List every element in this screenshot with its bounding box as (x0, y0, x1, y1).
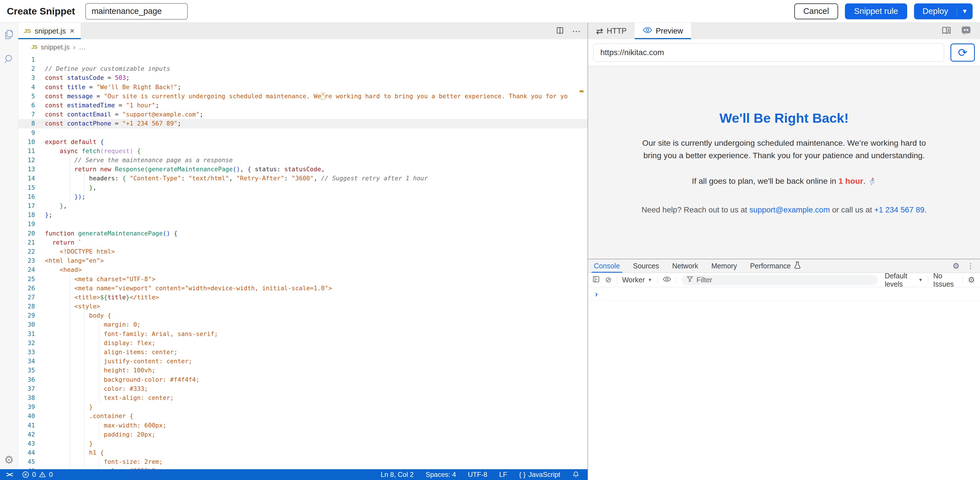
code-line[interactable]: 35 height: 100vh; (18, 366, 587, 375)
code-line[interactable]: 29 body { (18, 311, 587, 320)
search-icon[interactable] (3, 53, 15, 65)
docs-book-icon[interactable] (941, 25, 952, 36)
code-line[interactable]: 25 <meta charset="UTF-8"> (18, 275, 587, 284)
indentation-setting[interactable]: Spaces: 4 (426, 470, 456, 478)
console-settings-gear-icon[interactable]: ⚙ (968, 276, 975, 284)
devtools-tab-sources[interactable]: Sources (633, 259, 659, 272)
code-line[interactable]: 1 (18, 55, 587, 64)
code-line[interactable]: 31 font-family: Arial, sans-serif; (18, 330, 587, 339)
breadcrumb-file[interactable]: snippet.js (41, 43, 69, 51)
refresh-button[interactable]: ⟳ (950, 43, 975, 62)
phone-link[interactable]: +1 234 567 89 (874, 205, 924, 214)
code-line[interactable]: 36 background-color: #f4f4f4; (18, 375, 587, 384)
code-line[interactable]: 12 // Serve the maintenance page as a re… (18, 156, 587, 165)
code-line[interactable]: 13 return new Response(generateMaintenan… (18, 165, 587, 174)
code-line[interactable]: 21 return ` (18, 238, 587, 247)
encoding-setting[interactable]: UTF-8 (468, 470, 487, 478)
breadcrumb-symbol[interactable]: … (79, 43, 86, 51)
snippets-files-icon[interactable] (3, 29, 15, 40)
console-filter-input[interactable]: Filter (682, 275, 878, 285)
code-line[interactable]: 23<html lang="en"> (18, 256, 587, 265)
code-line[interactable]: 28 <style> (18, 302, 587, 311)
line-number: 12 (18, 156, 45, 165)
problems-indicator[interactable]: 0 0 (22, 470, 53, 478)
cursor-position[interactable]: Ln 8, Col 2 (380, 470, 414, 478)
code-line[interactable]: 14 headers: { "Content-Type": "text/html… (18, 174, 587, 183)
support-email-link[interactable]: support@example.com (749, 205, 830, 214)
notifications-bell[interactable] (572, 471, 579, 478)
devtools-tab-memory[interactable]: Memory (711, 259, 737, 272)
log-levels-dropdown[interactable]: Default levels ▼ (885, 272, 923, 288)
remote-indicator[interactable]: >< (6, 471, 12, 478)
settings-gear-icon[interactable]: ⚙ (4, 455, 14, 465)
url-input[interactable]: https://nikitac.com (593, 43, 944, 62)
breadcrumb[interactable]: JS snippet.js › … (18, 39, 587, 55)
issues-counter[interactable]: No Issues (933, 272, 958, 288)
rocket-emoji (867, 176, 877, 189)
code-line[interactable]: 8const contactPhone = "+1 234 567 89"; (18, 119, 587, 128)
deploy-dropdown-caret[interactable]: ▼ (957, 8, 973, 15)
console-prompt-row[interactable]: › (588, 287, 980, 301)
eol-setting[interactable]: LF (499, 470, 507, 478)
code-line[interactable]: 40 .container { (18, 412, 587, 421)
code-line[interactable]: 37 color: #333; (18, 384, 587, 393)
deploy-split-button[interactable]: Deploy ▼ (914, 3, 973, 19)
code-line[interactable]: 19 (18, 220, 587, 229)
code-line[interactable]: 10export default { (18, 138, 587, 147)
code-line[interactable]: 5const message = "Our site is currently … (18, 92, 587, 101)
code-line[interactable]: 33 align-items: center; (18, 348, 587, 357)
code-line[interactable]: 22 <!DOCTYPE html> (18, 247, 587, 256)
console-output[interactable]: › (588, 287, 980, 480)
cancel-button[interactable]: Cancel (794, 3, 838, 19)
code-line[interactable]: 34 justify-content: center; (18, 357, 587, 366)
code-line[interactable]: 43 } (18, 439, 587, 448)
code-line[interactable]: 16 }); (18, 192, 587, 201)
devtools-settings-gear-icon[interactable]: ⚙ (952, 262, 959, 270)
code-line[interactable]: 3const statusCode = 503; (18, 73, 587, 82)
tab-http[interactable]: ⇄ HTTP (588, 23, 635, 39)
snippet-rule-button[interactable]: Snippet rule (845, 3, 907, 19)
code-line[interactable]: 24 <head> (18, 265, 587, 274)
devtools-kebab-menu-icon[interactable]: ⋮ (967, 261, 974, 270)
code-line[interactable]: 32 display: flex; (18, 339, 587, 348)
code-line[interactable]: 38 text-align: center; (18, 393, 587, 402)
code-line[interactable]: 2// Define your customizable inputs (18, 64, 587, 73)
code-line[interactable]: 26 <meta name="viewport" content="width=… (18, 284, 587, 293)
tab-preview[interactable]: Preview (635, 23, 691, 39)
code-line[interactable]: 20function generateMaintenancePage() { (18, 229, 587, 238)
code-line[interactable]: 15 }, (18, 183, 587, 192)
more-actions-icon[interactable]: ⋯ (572, 26, 581, 36)
code-line[interactable]: 17 }, (18, 201, 587, 211)
language-mode[interactable]: { } JavaScript (519, 470, 560, 478)
code-line[interactable]: 6const estimatedTime = "1 hour"; (18, 101, 587, 110)
code-line[interactable]: 41 max-width: 600px; (18, 421, 587, 430)
context-selector[interactable]: Worker ▼ (622, 276, 652, 284)
code-line[interactable]: 44 h1 { (18, 448, 587, 457)
code-line[interactable]: 7const contactEmail = "support@example.c… (18, 110, 587, 119)
clear-console-icon[interactable]: ⊘ (605, 276, 612, 284)
code-line[interactable]: 46 color: #0056b3; (18, 466, 587, 469)
split-editor-icon[interactable] (556, 26, 564, 36)
devtools-tab-console[interactable]: Console (594, 259, 620, 272)
tab-close-icon[interactable]: × (70, 27, 75, 35)
code-line[interactable]: 9 (18, 128, 587, 138)
code-line[interactable]: 45 font-size: 2rem; (18, 457, 587, 466)
code-editor[interactable]: 12// Define your customizable inputs3con… (18, 55, 587, 469)
devtools-tab-network[interactable]: Network (672, 259, 698, 272)
line-number: 18 (18, 211, 45, 220)
snippet-name-input[interactable] (85, 3, 188, 20)
code-line[interactable]: 11 async fetch(request) { (18, 147, 587, 156)
code-line[interactable]: 39 } (18, 402, 587, 412)
code-line[interactable]: 4const title = "We'll Be Right Back!"; (18, 82, 587, 92)
devtools-tab-performance[interactable]: Performance (750, 259, 801, 272)
warning-count: 0 (49, 470, 52, 478)
tab-snippet-js[interactable]: JS snippet.js × (18, 23, 81, 39)
code-line[interactable]: 42 padding: 20px; (18, 430, 587, 439)
code-line[interactable]: 27 <title>${title}</title> (18, 293, 587, 302)
code-line[interactable]: 30 margin: 0; (18, 320, 587, 329)
code-line[interactable]: 18}; (18, 211, 587, 220)
live-expression-eye-icon[interactable] (663, 276, 671, 284)
deploy-button[interactable]: Deploy (914, 6, 957, 16)
discord-icon[interactable] (961, 25, 972, 36)
console-sidebar-toggle-icon[interactable] (592, 275, 600, 285)
